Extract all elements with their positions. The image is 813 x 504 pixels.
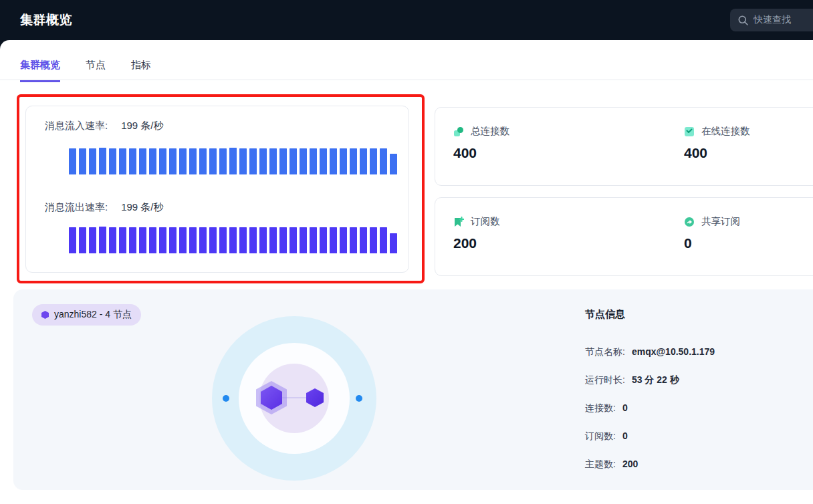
uptime-row: 运行时长: 53 分 22 秒 [585, 374, 715, 386]
connections-icon [453, 126, 464, 137]
tabs-divider [0, 80, 813, 80]
outflow-rate-label: 消息流出速率: [45, 201, 108, 214]
quick-search-input[interactable]: 快速查找 [730, 9, 813, 31]
cluster-badge-label: yanzhi582 - 4 节点 [54, 309, 132, 321]
node-name-label: 节点名称: [585, 346, 625, 358]
cluster-badge[interactable]: yanzhi582 - 4 节点 [32, 304, 141, 326]
subscriptions-count-label: 订阅数: [585, 430, 616, 443]
subscriptions-count-value: 0 [622, 430, 628, 441]
tab-cluster-overview[interactable]: 集群概览 [20, 59, 60, 82]
shared-arrow-icon [684, 217, 695, 227]
outflow-rate-value: 199 条/秒 [121, 201, 163, 214]
total-connections-value: 400 [453, 145, 509, 161]
connections-count-value: 0 [622, 402, 628, 413]
online-check-icon [684, 126, 695, 137]
page-title: 集群概览 [20, 0, 72, 40]
connections-count-label: 连接数: [585, 402, 616, 414]
topics-count-row: 主题数: 200 [585, 459, 715, 471]
main-content: 集群概览 节点 指标 消息流入速率: 199 条/秒 消息流出速率: 199 条… [0, 40, 813, 504]
online-connections-stat: 在线连接数 400 [684, 125, 750, 161]
connections-count-row: 连接数: 0 [585, 402, 715, 414]
uptime-label: 运行时长: [585, 374, 625, 386]
cluster-hexagon-icon [41, 311, 49, 319]
node-dot-left[interactable] [223, 395, 229, 402]
subscriptions-count-row: 订阅数: 0 [585, 430, 715, 443]
shared-subscriptions-stat: 共享订阅 0 [684, 215, 740, 251]
outflow-rate-bar-chart [69, 227, 397, 253]
connections-stat-card: 总连接数 400 在线连接数 400 [435, 107, 813, 186]
inflow-rate-block: 消息流入速率: 199 条/秒 [26, 120, 410, 132]
total-connections-label: 总连接数 [471, 125, 509, 138]
node-info-panel: 节点信息 节点名称: emqx@10.50.1.179 运行时长: 53 分 2… [585, 308, 715, 487]
online-connections-value: 400 [684, 145, 750, 161]
node-dot-right[interactable] [356, 395, 362, 402]
subscriptions-label: 订阅数 [471, 215, 500, 228]
subscriptions-value: 200 [453, 235, 500, 251]
cluster-overview-page: 集群概览 快速查找 集群概览 节点 指标 消息流入速率: 199 条/秒 [0, 0, 813, 504]
inflow-rate-label: 消息流入速率: [45, 120, 108, 132]
message-rate-card: 消息流入速率: 199 条/秒 消息流出速率: 199 条/秒 [25, 106, 409, 273]
total-connections-stat: 总连接数 400 [453, 125, 509, 161]
node-name-row: 节点名称: emqx@10.50.1.179 [585, 346, 715, 358]
topics-count-label: 主题数: [585, 459, 616, 471]
subscriptions-stat: 订阅数 200 [453, 215, 500, 251]
node-info-title: 节点信息 [585, 308, 715, 321]
subscription-flag-icon [453, 217, 464, 227]
tab-metrics[interactable]: 指标 [131, 59, 151, 82]
inflow-rate-value: 199 条/秒 [121, 120, 163, 132]
tab-bar: 集群概览 节点 指标 [20, 59, 151, 82]
search-placeholder: 快速查找 [753, 14, 791, 26]
shared-subscriptions-value: 0 [684, 235, 740, 251]
outflow-rate-block: 消息流出速率: 199 条/秒 [26, 201, 410, 214]
tab-nodes[interactable]: 节点 [86, 59, 106, 82]
uptime-value: 53 分 22 秒 [632, 374, 679, 386]
node-name-value: emqx@10.50.1.179 [632, 346, 715, 357]
inflow-rate-bar-chart [69, 148, 397, 174]
cluster-panel: yanzhi582 - 4 节点 节点信息 节点名称: [13, 289, 813, 490]
search-icon [738, 15, 748, 25]
shared-subscriptions-label: 共享订阅 [701, 215, 740, 228]
topics-count-value: 200 [622, 459, 638, 469]
subscriptions-stat-card: 订阅数 200 共享订阅 0 [435, 197, 813, 276]
online-connections-label: 在线连接数 [701, 125, 750, 138]
